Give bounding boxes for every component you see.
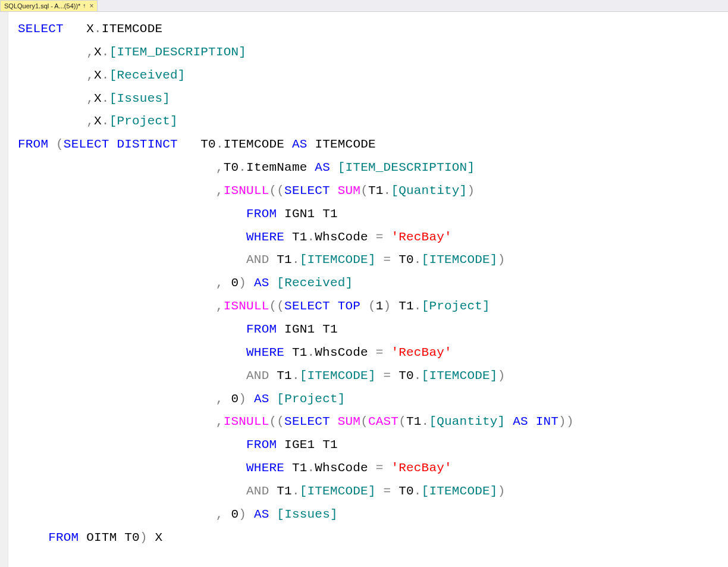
id-whscode: WhsCode (315, 346, 368, 359)
id-t1: T1 (277, 253, 292, 267)
fn-isnull: ISNULL (224, 184, 269, 198)
id-t1: T1 (322, 438, 338, 452)
kw-from: FROM (246, 207, 277, 221)
op-eq: = (376, 461, 384, 475)
lit-zero: 0 (231, 508, 239, 521)
kw-select: SELECT (284, 184, 330, 198)
kw-from: FROM (246, 322, 277, 336)
punct-dot: . (307, 346, 315, 359)
id-t0: T0 (124, 531, 140, 544)
str-recbay: 'RecBay' (391, 461, 451, 475)
kw-select: SELECT (284, 299, 330, 313)
punct-dot: . (102, 114, 109, 128)
punct-dot: . (422, 415, 429, 428)
punct-comma: , (86, 114, 94, 128)
punct-lparen: ( (269, 415, 277, 428)
id-t1: T1 (277, 369, 292, 383)
br-itemcode: [ITEMCODE] (422, 253, 498, 267)
close-icon[interactable]: × (89, 2, 93, 10)
id-x: X (155, 531, 163, 544)
kw-select: SELECT (64, 137, 109, 151)
punct-lparen: ( (398, 415, 406, 428)
br-itemcode: [ITEMCODE] (300, 369, 376, 383)
id-itemcode: ITEMCODE (315, 137, 375, 151)
id-x: X (94, 45, 102, 59)
punct-dot: . (414, 299, 422, 313)
punct-dot: . (414, 369, 422, 383)
kw-as: AS (254, 392, 269, 406)
fn-isnull: ISNULL (224, 299, 269, 313)
id-x: X (86, 22, 94, 36)
tab-bar: SQLQuery1.sql - A...(54))* ⫯ × (0, 0, 728, 12)
punct-rparen: ) (239, 392, 246, 406)
punct-lparen: ( (277, 184, 284, 198)
kw-select: SELECT (284, 415, 330, 428)
id-t1: T1 (398, 299, 414, 313)
op-eq: = (384, 484, 391, 498)
punct-comma: , (216, 392, 224, 406)
punct-lparen: ( (360, 415, 368, 428)
kw-top: TOP (338, 299, 360, 313)
fn-sum: SUM (338, 184, 360, 198)
punct-rparen: ) (498, 369, 506, 383)
kw-as: AS (254, 508, 269, 521)
fn-cast: CAST (368, 415, 398, 428)
punct-dot: . (102, 45, 109, 59)
punct-comma: , (86, 92, 94, 105)
br-item-description: [ITEM_DESCRIPTION] (109, 45, 246, 59)
br-received: [Received] (109, 68, 186, 82)
punct-comma: , (216, 299, 224, 313)
id-t1: T1 (322, 207, 338, 221)
kw-select: SELECT (18, 22, 64, 36)
punct-comma: , (216, 415, 224, 428)
lit-one: 1 (376, 299, 384, 313)
id-oitm: OITM (86, 531, 117, 544)
br-received: [Received] (277, 276, 353, 290)
kw-as: AS (315, 161, 330, 174)
kw-as: AS (254, 276, 269, 290)
id-ige1: IGE1 (284, 438, 315, 452)
br-project: [Project] (109, 114, 178, 128)
punct-dot: . (414, 253, 422, 267)
punct-dot: . (292, 369, 300, 383)
id-ign1: IGN1 (284, 207, 315, 221)
id-t1: T1 (368, 184, 384, 198)
br-project: [Project] (277, 392, 345, 406)
punct-dot: . (102, 68, 109, 82)
kw-where: WHERE (246, 461, 284, 475)
punct-dot: . (216, 137, 224, 151)
id-t0: T0 (398, 253, 414, 267)
tab-label: SQLQuery1.sql - A...(54))* (4, 2, 80, 10)
editor-wrap: SELECT X.ITEMCODE ,X.[ITEM_DESCRIPTION] … (0, 12, 728, 567)
br-itemcode: [ITEMCODE] (300, 253, 376, 267)
tab-sqlquery1[interactable]: SQLQuery1.sql - A...(54))* ⫯ × (0, 0, 98, 11)
editor-gutter (0, 12, 8, 567)
punct-rparen: ) (498, 253, 506, 267)
id-t1: T1 (292, 230, 307, 244)
punct-lparen: ( (56, 137, 64, 151)
pin-icon[interactable]: ⫯ (83, 3, 86, 9)
punct-rparen: ) (239, 276, 246, 290)
id-t1: T1 (277, 484, 292, 498)
id-t1: T1 (322, 322, 338, 336)
punct-dot: . (384, 184, 391, 198)
id-x: X (94, 114, 102, 128)
punct-dot: . (307, 230, 315, 244)
sql-editor[interactable]: SELECT X.ITEMCODE ,X.[ITEM_DESCRIPTION] … (8, 12, 728, 567)
id-itemname: ItemName (246, 161, 307, 174)
op-eq: = (384, 369, 391, 383)
punct-lparen: ( (277, 415, 284, 428)
id-whscode: WhsCode (315, 461, 368, 475)
kw-from: FROM (48, 531, 79, 544)
punct-dot: . (307, 461, 315, 475)
br-quantity: [Quantity] (391, 184, 467, 198)
kw-as: AS (292, 137, 307, 151)
kw-from: FROM (18, 137, 48, 151)
punct-rparen: ) (498, 484, 506, 498)
id-itemcode: ITEMCODE (102, 22, 162, 36)
fn-sum: SUM (338, 415, 360, 428)
punct-lparen: ( (277, 299, 284, 313)
id-x: X (94, 92, 102, 105)
punct-dot: . (292, 253, 300, 267)
lit-zero: 0 (231, 276, 239, 290)
